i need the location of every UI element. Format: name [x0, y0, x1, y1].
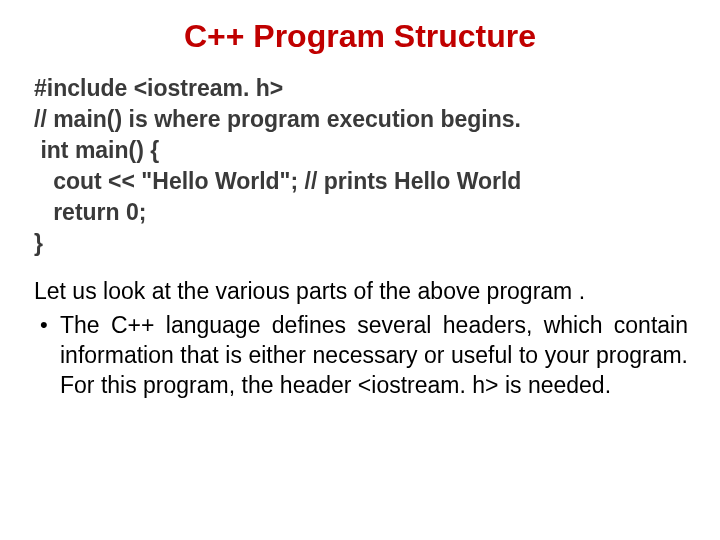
explanation-intro: Let us look at the various parts of the …: [34, 277, 690, 307]
slide-title: C++ Program Structure: [30, 18, 690, 55]
code-line: }: [34, 228, 690, 259]
code-line: int main() {: [34, 135, 690, 166]
code-line: #include <iostream. h>: [34, 73, 690, 104]
code-line: cout << "Hello World"; // prints Hello W…: [34, 166, 690, 197]
explanation-block: Let us look at the various parts of the …: [30, 277, 690, 401]
list-item: The C++ language defines several headers…: [32, 311, 688, 401]
code-block: #include <iostream. h> // main() is wher…: [34, 73, 690, 259]
slide: C++ Program Structure #include <iostream…: [0, 0, 720, 540]
explanation-list: The C++ language defines several headers…: [30, 311, 690, 401]
code-line: // main() is where program execution beg…: [34, 104, 690, 135]
code-line: return 0;: [34, 197, 690, 228]
